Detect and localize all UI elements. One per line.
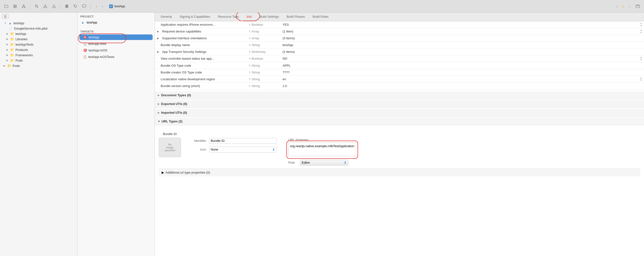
imported-utis-disclosure: ▶ bbox=[158, 111, 160, 114]
additional-url-props[interactable]: ▶ Additional url type properties (0) bbox=[159, 169, 640, 176]
sidebar-item-googleservice[interactable]: 📄 GoogleService-Info.plist bbox=[1, 26, 76, 31]
separator-3 bbox=[90, 4, 91, 9]
products-disclosure: ▶ bbox=[6, 48, 9, 51]
prop-row-locale[interactable]: Localization native development region ⇅… bbox=[155, 76, 644, 83]
target-wrapper: 🎯 testApp bbox=[79, 34, 153, 40]
tag-icon[interactable] bbox=[72, 3, 79, 10]
section-url-types[interactable]: ▼ URL Types (2) bbox=[155, 117, 644, 125]
url-bundle-area: Bundle ID Noimagespecified Identifier bbox=[159, 129, 640, 169]
no-image-box: Noimagespecified bbox=[159, 138, 181, 157]
prop-row-bundle-version[interactable]: Bundle version string (short) ⇅ String 1… bbox=[155, 83, 644, 89]
toggle-sidebar-btn[interactable]: ☰ bbox=[2, 14, 9, 19]
section-document-types[interactable]: ▶ Document Types (0) bbox=[155, 91, 644, 99]
sidebar-item-pods2[interactable]: ▶ 📁 Pods bbox=[1, 63, 76, 68]
stepper-iphone-env[interactable]: ▲▼ bbox=[640, 22, 642, 27]
back-arrow[interactable]: ‹ bbox=[94, 3, 100, 10]
svg-rect-2 bbox=[14, 7, 15, 8]
tab-build-settings[interactable]: Build Settings bbox=[256, 13, 283, 21]
folder-icon[interactable] bbox=[3, 3, 10, 10]
stepper-device-caps[interactable]: ▲▼ bbox=[640, 29, 642, 34]
shape-icon[interactable] bbox=[50, 3, 57, 10]
folder-icon-pods1: 📁 bbox=[10, 58, 14, 62]
svg-line-10 bbox=[37, 7, 38, 8]
svg-rect-18 bbox=[636, 5, 640, 8]
prop-row-bundle-os[interactable]: Bundle OS Type code ⇅ String APPL bbox=[155, 62, 644, 69]
breadcrumb-file[interactable]: A testApp bbox=[107, 4, 127, 9]
sidebar-item-products[interactable]: ▶ 📁 Products bbox=[1, 47, 76, 52]
sidebar-item-testapp-folder[interactable]: ▶ 📁 testApp bbox=[1, 31, 76, 36]
tab-resource-tags-label: Resource Tags bbox=[218, 15, 239, 19]
prop-row-device-caps[interactable]: ▶ Required device capabilities ⇅ Array (… bbox=[155, 28, 644, 35]
identifier-input[interactable] bbox=[209, 138, 277, 144]
prop-type-bundle-version: ⇅ String bbox=[247, 83, 281, 89]
warning-icon[interactable] bbox=[42, 3, 49, 10]
project-item-testapp[interactable]: ▲ testApp bbox=[78, 19, 154, 26]
additional-disclosure: ▶ bbox=[162, 171, 164, 174]
right-arrow[interactable]: › bbox=[626, 3, 632, 10]
target-item-testapptests[interactable]: 📋 testAppTests bbox=[79, 41, 153, 47]
stepper-locale[interactable]: ▲▼ bbox=[640, 77, 642, 81]
svg-rect-3 bbox=[15, 7, 16, 8]
sidebar-item-label: testApp bbox=[14, 21, 24, 25]
toolbar-warning: ⚠ bbox=[622, 4, 625, 8]
bundle-fields: Identifier Icon None ⬇ bbox=[187, 138, 277, 153]
tab-general[interactable]: General bbox=[157, 13, 176, 21]
testapptests-disclosure: ▶ bbox=[6, 43, 9, 46]
prop-type-locale: ⇅ String bbox=[247, 76, 281, 82]
nav-arrows: ‹ › bbox=[94, 3, 105, 10]
grid-icon[interactable] bbox=[64, 3, 70, 10]
no-image-text: Noimagespecified bbox=[164, 143, 175, 152]
prop-row-bundle-name[interactable]: Bundle display name ⇅ String testApp bbox=[155, 42, 644, 49]
sidebar-item-libraries[interactable]: ▶ 📁 Libraries bbox=[1, 36, 76, 42]
file-navigator: ☰ ▼ ▲ testApp 📄 GoogleService-Info.plist… bbox=[0, 13, 78, 256]
bundle-id-label: Bundle ID bbox=[163, 132, 176, 136]
pods2-disclosure: ▶ bbox=[3, 64, 6, 67]
svg-point-6 bbox=[24, 7, 26, 8]
file-icon: A bbox=[109, 4, 113, 8]
prop-value-orientations: (3 items) bbox=[281, 35, 644, 41]
sidebar-item-frameworks[interactable]: ▶ 📁 Frameworks bbox=[1, 52, 76, 58]
stepper-status-bar[interactable]: ▲▼ bbox=[640, 56, 642, 61]
folder-icon-frameworks: 📁 bbox=[10, 53, 14, 57]
prop-row-bundle-creator[interactable]: Bundle creator OS Type code ⇅ String ???… bbox=[155, 69, 644, 76]
icon-label: Icon bbox=[187, 148, 206, 151]
prop-row-status-bar[interactable]: View controller-based status bar app... … bbox=[155, 55, 644, 62]
tab-build-phases[interactable]: Build Phases bbox=[282, 13, 309, 21]
prop-key-bundle-creator: Bundle creator OS Type code bbox=[155, 70, 247, 75]
prop-row-orientations[interactable]: ▶ Supported interface orientations ⇅ Arr… bbox=[155, 35, 644, 42]
sidebar-item-testapptests[interactable]: ▶ 📁 testAppTests bbox=[1, 42, 76, 47]
sidebar-frameworks-label: Frameworks bbox=[16, 53, 33, 57]
exported-utis-title: Exported UTIs (0) bbox=[161, 102, 187, 106]
role-select-arrow: ⬇ bbox=[344, 161, 347, 165]
role-select[interactable]: Editor ⬇ bbox=[300, 160, 348, 166]
tab-build-rules[interactable]: Build Rules bbox=[309, 13, 332, 21]
forward-arrow[interactable]: › bbox=[100, 3, 105, 10]
folder-icon-libraries: 📁 bbox=[10, 37, 14, 41]
comment-icon[interactable] bbox=[81, 3, 88, 10]
section-exported-utis[interactable]: ▶ Exported UTIs (0) bbox=[155, 100, 644, 108]
libraries-disclosure: ▶ bbox=[6, 38, 9, 41]
sidebar-item-pods1[interactable]: ▶ 📁 Pods bbox=[1, 58, 76, 63]
target-icon-tvostests: 📋 bbox=[83, 55, 87, 59]
app-window: ‹ › A testApp ‹ ⚠ › ☰ bbox=[0, 0, 644, 256]
target-item-testapp[interactable]: 🎯 testApp bbox=[79, 34, 153, 40]
left-arrow[interactable]: ‹ bbox=[614, 3, 620, 10]
target-item-testapp-tvos[interactable]: 🎯 testApp-tvOS bbox=[79, 48, 153, 53]
prop-row-ats[interactable]: ▶ App Transport Security Settings ⇅ Dict… bbox=[155, 49, 644, 55]
url-schemes-input[interactable]: org.reactjs.native.example.rnfbTestAppli… bbox=[288, 143, 356, 156]
tab-resource-tags[interactable]: Resource Tags bbox=[214, 13, 243, 21]
search-icon[interactable] bbox=[33, 3, 40, 10]
hierarchy-icon[interactable] bbox=[20, 3, 27, 10]
window-icon[interactable] bbox=[634, 3, 641, 10]
icon-select[interactable]: None ⬇ bbox=[209, 147, 277, 153]
sidebar-item-testapp-root[interactable]: ▼ ▲ testApp bbox=[1, 20, 76, 26]
section-imported-utis[interactable]: ▶ Imported UTIs (0) bbox=[155, 109, 644, 117]
tab-build-rules-label: Build Rules bbox=[312, 15, 328, 19]
project-icon[interactable] bbox=[12, 3, 18, 10]
tab-info[interactable]: Info bbox=[243, 13, 256, 21]
prop-row-iphone-env[interactable]: Application requires iPhone environm... … bbox=[155, 21, 644, 28]
tab-info-label: Info bbox=[246, 15, 252, 19]
tab-signing[interactable]: Signing & Capabilities bbox=[176, 13, 214, 21]
target-item-testapp-tvostests[interactable]: 📋 testApp-tvOSTests bbox=[79, 54, 153, 60]
prop-value-iphone-env: YES ▲▼ bbox=[281, 21, 644, 28]
